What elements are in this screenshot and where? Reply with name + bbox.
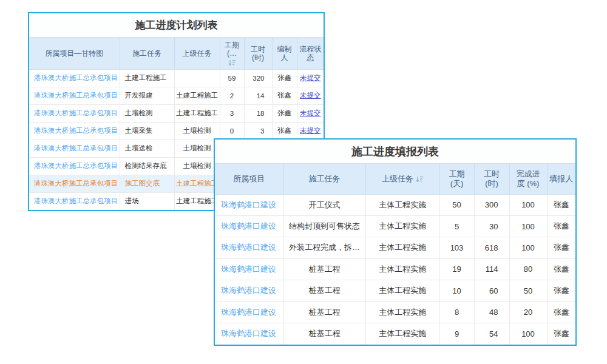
parent-task-cell: 土建工程施工 bbox=[174, 175, 220, 192]
duration-cell: 8 bbox=[439, 302, 474, 323]
report-table-row[interactable]: 珠海鹤港口建设 桩基工程 主体工程实施 19 114 80 张鑫 bbox=[215, 258, 575, 280]
project-link[interactable]: 珠海鹤港口建设 bbox=[215, 323, 283, 344]
author-cell: 张鑫 bbox=[272, 87, 297, 104]
project-link[interactable]: 珠海鹤港口建设 bbox=[215, 215, 283, 237]
sort-amount-down-icon[interactable] bbox=[416, 176, 423, 183]
project-link[interactable]: 港珠澳大桥施工总承包项目 bbox=[29, 140, 120, 157]
duration-cell: 50 bbox=[439, 194, 474, 215]
progress-cell: 100 bbox=[509, 237, 547, 258]
header-label: 完成进 bbox=[510, 169, 546, 179]
report-table-row[interactable]: 珠海鹤港口建设 桩基工程 主体工程实施 10 60 50 张鑫 bbox=[215, 280, 575, 302]
duration-cell: 103 bbox=[439, 237, 474, 258]
report-table-row[interactable]: 珠海鹤港口建设 外装工程完成，拆… 主体工程实施 103 618 100 张鑫 bbox=[215, 237, 575, 258]
report-table-window: 施工进度填报列表 所属项目 施工任务 上级任务 bbox=[214, 138, 577, 346]
author-cell: 张鑫 bbox=[272, 122, 297, 140]
author-cell: 张鑫 bbox=[272, 69, 297, 87]
status-link[interactable]: 未提交 bbox=[297, 69, 324, 87]
header-label: 编制 bbox=[273, 45, 296, 53]
project-link[interactable]: 港珠澳大桥施工总承包项目 bbox=[29, 87, 120, 104]
status-link[interactable]: 未提交 bbox=[297, 87, 324, 104]
task-cell: 桩基工程 bbox=[283, 280, 365, 302]
task-cell: 土壤采集 bbox=[120, 122, 174, 140]
header-label: 所属项目—甘特图 bbox=[45, 49, 103, 58]
header-label: 工期 bbox=[441, 169, 473, 179]
plan-table-row[interactable]: 港珠澳大桥施工总承包项目 开发报建 土建工程施工 2 14 张鑫 未提交 bbox=[29, 87, 324, 104]
report-table: 所属项目 施工任务 上级任务 bbox=[215, 164, 575, 345]
header-label: 施工任务 bbox=[309, 174, 341, 183]
progress-cell: 100 bbox=[509, 194, 547, 215]
project-link[interactable]: 珠海鹤港口建设 bbox=[215, 237, 283, 258]
plan-col-duration[interactable]: 工期 (… bbox=[220, 38, 244, 69]
task-cell: 进场 bbox=[120, 192, 174, 210]
header-label: 上级任务 bbox=[382, 174, 413, 183]
reporter-cell: 张鑫 bbox=[547, 280, 575, 302]
reporter-cell: 张鑫 bbox=[547, 302, 575, 323]
progress-cell: 20 bbox=[509, 302, 547, 323]
duration-cell: 2 bbox=[220, 87, 244, 104]
reporter-cell: 张鑫 bbox=[547, 215, 575, 237]
reporter-cell: 张鑫 bbox=[547, 258, 575, 280]
author-cell: 张鑫 bbox=[272, 104, 297, 122]
report-table-row[interactable]: 珠海鹤港口建设 桩基工程 主体工程实施 9 54 100 张鑫 bbox=[215, 323, 575, 344]
plan-header-row: 所属项目—甘特图 施工任务 上级任务 工期 (… bbox=[29, 38, 324, 69]
report-table-row[interactable]: 珠海鹤港口建设 结构封顶到可售状态 主体工程实施 5 30 100 张鑫 bbox=[215, 215, 575, 237]
project-link[interactable]: 港珠澳大桥施工总承包项目 bbox=[29, 175, 120, 192]
parent-task-cell: 主体工程实施 bbox=[365, 323, 439, 344]
parent-task-cell: 主体工程实施 bbox=[365, 302, 439, 323]
plan-table-title: 施工进度计划列表 bbox=[29, 13, 324, 38]
plan-col-hours: 工时 (时) bbox=[244, 38, 272, 69]
plan-table-row[interactable]: 港珠澳大桥施工总承包项目 土壤检测 土建工程施工 3 18 张鑫 未提交 bbox=[29, 104, 324, 122]
hours-cell: 48 bbox=[474, 302, 509, 323]
project-link[interactable]: 珠海鹤港口建设 bbox=[215, 302, 283, 323]
project-link[interactable]: 港珠澳大桥施工总承包项目 bbox=[29, 157, 120, 175]
project-link[interactable]: 珠海鹤港口建设 bbox=[215, 258, 283, 280]
header-label: 施工任务 bbox=[132, 49, 161, 58]
duration-cell: 9 bbox=[439, 323, 474, 344]
header-label: 工期 bbox=[221, 41, 243, 49]
parent-task-cell: 主体工程实施 bbox=[365, 258, 439, 280]
reporter-cell: 张鑫 bbox=[547, 194, 575, 215]
project-link[interactable]: 珠海鹤港口建设 bbox=[215, 194, 283, 215]
parent-task-cell: 土建工程施工 bbox=[174, 192, 220, 210]
plan-table-row[interactable]: 港珠澳大桥施工总承包项目 土建工程施工 59 320 张鑫 未提交 bbox=[29, 69, 324, 87]
report-col-duration: 工期 (天) bbox=[439, 164, 474, 194]
header-label: 流程状 bbox=[298, 45, 324, 53]
task-cell: 土壤送检 bbox=[120, 140, 174, 157]
report-table-row[interactable]: 珠海鹤港口建设 开工仪式 主体工程实施 50 300 100 张鑫 bbox=[215, 194, 575, 215]
header-label: 上级任务 bbox=[183, 49, 212, 58]
plan-table-row[interactable]: 港珠澳大桥施工总承包项目 土壤采集 土壤检测 0 3 张鑫 未提交 bbox=[29, 122, 324, 140]
project-link[interactable]: 港珠澳大桥施工总承包项目 bbox=[29, 69, 120, 87]
hours-cell: 60 bbox=[474, 280, 509, 302]
report-col-person: 填报人 bbox=[547, 164, 575, 194]
task-cell: 桩基工程 bbox=[283, 258, 365, 280]
status-link[interactable]: 未提交 bbox=[297, 104, 324, 122]
report-table-row[interactable]: 珠海鹤港口建设 桩基工程 主体工程实施 8 48 20 张鑫 bbox=[215, 302, 575, 323]
parent-task-cell: 土建工程施工 bbox=[174, 104, 220, 122]
duration-cell: 10 bbox=[439, 280, 474, 302]
progress-cell: 100 bbox=[509, 323, 547, 344]
duration-cell: 59 bbox=[220, 69, 244, 87]
hours-cell: 300 bbox=[474, 194, 509, 215]
parent-task-cell: 主体工程实施 bbox=[365, 237, 439, 258]
project-link[interactable]: 港珠澳大桥施工总承包项目 bbox=[29, 122, 120, 140]
report-col-parent[interactable]: 上级任务 bbox=[365, 164, 439, 194]
status-link[interactable]: 未提交 bbox=[297, 122, 324, 140]
project-link[interactable]: 港珠澳大桥施工总承包项目 bbox=[29, 104, 120, 122]
report-header-row: 所属项目 施工任务 上级任务 bbox=[215, 164, 575, 194]
header-label: 工时 bbox=[245, 45, 271, 53]
reporter-cell: 张鑫 bbox=[547, 237, 575, 258]
task-cell: 开工仪式 bbox=[283, 194, 365, 215]
plan-col-project: 所属项目—甘特图 bbox=[29, 38, 120, 69]
parent-task-cell: 主体工程实施 bbox=[365, 215, 439, 237]
report-col-task: 施工任务 bbox=[283, 164, 365, 194]
parent-task-cell: 土壤检测 bbox=[174, 122, 220, 140]
report-col-progress: 完成进 度 (%) bbox=[509, 164, 547, 194]
project-link[interactable]: 港珠澳大桥施工总承包项目 bbox=[29, 192, 120, 210]
project-link[interactable]: 珠海鹤港口建设 bbox=[215, 280, 283, 302]
duration-cell: 3 bbox=[220, 104, 244, 122]
header-label: 度 (%) bbox=[510, 179, 546, 189]
sort-amount-down-icon[interactable] bbox=[228, 59, 236, 66]
hours-cell: 3 bbox=[244, 122, 272, 140]
hours-cell: 54 bbox=[474, 323, 509, 344]
parent-task-cell: 土建工程施工 bbox=[174, 87, 220, 104]
